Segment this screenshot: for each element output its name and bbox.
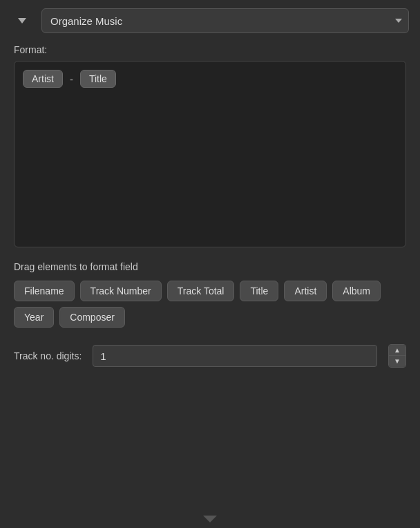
track-total-element[interactable]: Track Total	[167, 281, 235, 301]
main-content: Format: Artist - Title Drag elements to …	[0, 41, 420, 510]
track-digits-input[interactable]	[93, 345, 377, 367]
stepper-up-button[interactable]: ▲	[389, 345, 405, 356]
stepper-down-button[interactable]: ▼	[389, 356, 405, 367]
workflow-dropdown-container: Organize MusicRename FilesSort Tracks	[41, 8, 409, 33]
bottom-chevron-icon	[203, 516, 217, 522]
format-separator: -	[68, 70, 75, 88]
title-element[interactable]: Title	[240, 281, 278, 301]
format-field[interactable]: Artist - Title	[14, 61, 406, 247]
track-number-element[interactable]: Track Number	[80, 281, 162, 301]
workflow-dropdown[interactable]: Organize MusicRename FilesSort Tracks	[41, 8, 409, 33]
track-digits-row: Track no. digits: ▲ ▼	[14, 344, 406, 368]
year-element[interactable]: Year	[14, 307, 54, 328]
album-element[interactable]: Album	[332, 281, 381, 301]
filename-element[interactable]: Filename	[14, 281, 75, 301]
title-format-token[interactable]: Title	[80, 70, 116, 88]
artist-format-token[interactable]: Artist	[23, 70, 63, 88]
format-label: Format:	[14, 44, 406, 55]
collapse-button[interactable]	[11, 10, 33, 32]
track-digits-stepper: ▲ ▼	[388, 344, 406, 368]
bottom-arrow-container	[0, 510, 420, 528]
track-digits-label: Track no. digits:	[14, 350, 82, 361]
elements-grid: Filename Track Number Track Total Title …	[14, 281, 406, 328]
artist-element[interactable]: Artist	[284, 281, 327, 301]
chevron-down-icon	[18, 18, 26, 23]
composer-element[interactable]: Composer	[59, 307, 125, 328]
drag-hint: Drag elements to format field	[14, 261, 406, 272]
